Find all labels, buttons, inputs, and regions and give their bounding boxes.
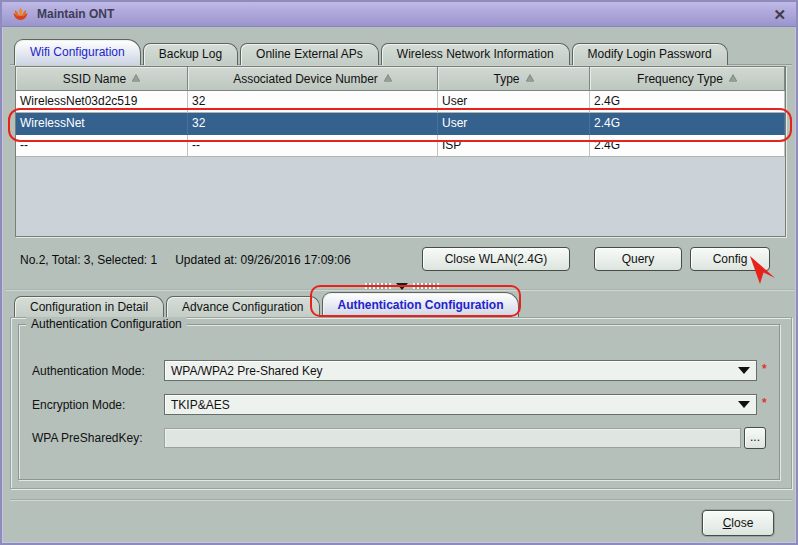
app-flower-icon: [12, 7, 29, 22]
cell-associated-device-number: --: [188, 135, 438, 157]
column-header-label: Frequency Type: [637, 72, 723, 86]
upper-tab-strip: Wifi Configuration Backup Log Online Ext…: [14, 39, 730, 65]
close-button-label-rest: lose: [731, 516, 753, 530]
splitter-grip-icon: [365, 283, 391, 289]
tab-advance-configuration[interactable]: Advance Configuration: [166, 296, 319, 318]
required-asterisk: *: [762, 396, 767, 410]
sort-ascending-icon: [384, 75, 392, 82]
close-dialog-button[interactable]: Close: [702, 510, 774, 536]
sort-ascending-icon: [729, 75, 737, 82]
table-row[interactable]: WirelessNet03d2c519 32 User 2.4G: [16, 91, 785, 113]
chevron-down-icon: [738, 401, 750, 408]
encryption-mode-value: TKIP&AES: [171, 398, 230, 412]
ssid-table: SSID Name Associated Device Number Type …: [15, 66, 786, 237]
close-wlan-button[interactable]: Close WLAN(2.4G): [422, 247, 570, 271]
status-bar: No.2, Total: 3, Selected: 1 Updated at: …: [20, 253, 351, 267]
authentication-mode-select[interactable]: WPA/WPA2 Pre-Shared Key: [164, 360, 757, 381]
sort-ascending-icon: [526, 75, 534, 82]
maintain-ont-dialog: Maintain ONT ✕ Wifi Configuration Backup…: [0, 0, 798, 545]
updated-timestamp: Updated at: 09/26/2016 17:09:06: [175, 253, 350, 267]
tab-backup-log[interactable]: Backup Log: [143, 43, 238, 65]
cell-frequency-type: 2.4G: [590, 91, 785, 113]
table-row[interactable]: -- -- ISP 2.4G: [16, 135, 785, 157]
cell-ssid-name: WirelessNet03d2c519: [16, 91, 188, 113]
cell-associated-device-number: 32: [188, 91, 438, 113]
tab-wifi-configuration[interactable]: Wifi Configuration: [14, 39, 141, 65]
splitter-collapse-handle[interactable]: [354, 282, 450, 290]
column-header-label: Associated Device Number: [233, 72, 378, 86]
lower-tab-strip: Configuration in Detail Advance Configur…: [14, 293, 521, 318]
table-row-selected[interactable]: WirelessNet 32 User 2.4G: [16, 113, 785, 135]
config-button[interactable]: Config: [690, 247, 770, 271]
cell-frequency-type: 2.4G: [590, 113, 785, 135]
cell-ssid-name: WirelessNet: [16, 113, 188, 135]
collapse-down-icon: [396, 283, 408, 290]
encryption-mode-select[interactable]: TKIP&AES: [164, 394, 757, 415]
authentication-mode-label: Authentication Mode:: [32, 364, 145, 378]
query-button[interactable]: Query: [594, 247, 682, 271]
selection-summary: No.2, Total: 3, Selected: 1: [20, 253, 157, 267]
column-header-label: SSID Name: [63, 72, 126, 86]
cell-frequency-type: 2.4G: [590, 135, 785, 157]
column-header-frequency-type[interactable]: Frequency Type: [590, 67, 785, 91]
ssid-table-header: SSID Name Associated Device Number Type …: [16, 67, 785, 91]
cell-type: ISP: [438, 135, 590, 157]
cell-ssid-name: --: [16, 135, 188, 157]
tab-modify-login-password[interactable]: Modify Login Password: [572, 43, 728, 65]
cell-type: User: [438, 91, 590, 113]
footer-separator: [10, 499, 792, 501]
tab-wireless-network-information[interactable]: Wireless Network Information: [381, 43, 570, 65]
dropdown-arrow-box[interactable]: [732, 361, 756, 380]
splitter-grip-icon: [413, 283, 439, 289]
title-bar: Maintain ONT ✕: [2, 2, 796, 27]
dropdown-arrow-box[interactable]: [732, 395, 756, 414]
sort-ascending-icon: [132, 75, 140, 82]
window-title: Maintain ONT: [37, 7, 114, 21]
chevron-down-icon: [738, 367, 750, 374]
wpa-presharedkey-label: WPA PreSharedKey:: [32, 431, 143, 445]
encryption-mode-label: Encryption Mode:: [32, 398, 125, 412]
tab-authentication-configuration[interactable]: Authentication Configuration: [322, 292, 520, 318]
wpa-presharedkey-input[interactable]: [164, 428, 741, 448]
groupbox-legend: Authentication Configuration: [26, 317, 187, 331]
cell-associated-device-number: 32: [188, 113, 438, 135]
cell-type: User: [438, 113, 590, 135]
tab-online-external-aps[interactable]: Online External APs: [240, 43, 379, 65]
close-window-icon[interactable]: ✕: [773, 7, 786, 22]
column-header-ssid-name[interactable]: SSID Name: [16, 67, 188, 91]
column-header-type[interactable]: Type: [438, 67, 590, 91]
column-header-associated-device-number[interactable]: Associated Device Number: [188, 67, 438, 91]
column-header-label: Type: [493, 72, 519, 86]
browse-ellipsis-button[interactable]: ...: [744, 427, 766, 449]
authentication-mode-value: WPA/WPA2 Pre-Shared Key: [171, 364, 323, 378]
required-asterisk: *: [762, 362, 767, 376]
tab-configuration-in-detail[interactable]: Configuration in Detail: [14, 296, 164, 318]
